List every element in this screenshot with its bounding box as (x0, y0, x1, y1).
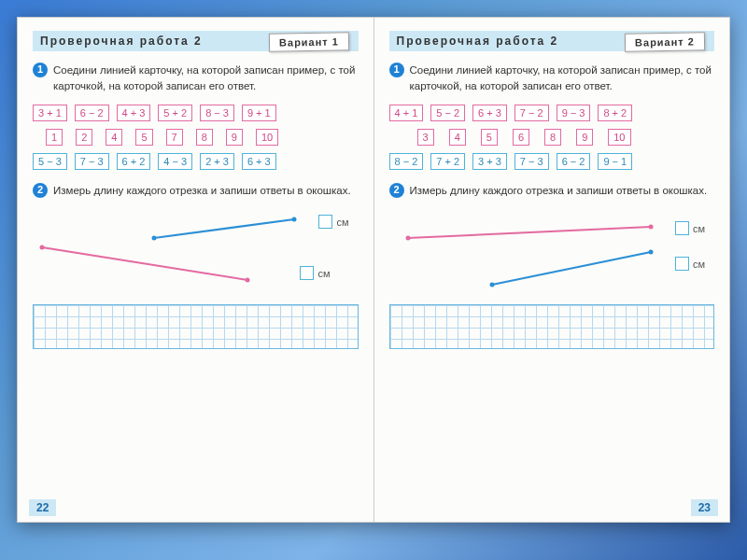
expr-card: 4 + 3 (117, 105, 151, 121)
page-number: 22 (29, 499, 56, 516)
task1: 1 Соедини линией карточку, на которой за… (33, 63, 359, 93)
expr-card: 8 − 3 (200, 105, 234, 121)
expr-card: 4 + 1 (389, 105, 424, 121)
svg-point-10 (489, 283, 494, 287)
answer-card: 8 (196, 129, 213, 146)
svg-line-3 (42, 247, 247, 280)
book-spread: Проверочная работа 2 Вариант 1 1 Соедини… (17, 17, 730, 523)
segments-svg (389, 210, 707, 299)
answer-card: 10 (608, 129, 630, 146)
svg-point-4 (40, 245, 45, 250)
expr-card: 9 + 1 (242, 105, 276, 121)
card-row-3: 5 − 3 7 − 3 6 + 2 4 − 3 2 + 3 6 + 3 (33, 153, 359, 170)
expr-card: 5 − 2 (430, 105, 465, 121)
answer-card: 1 (46, 129, 63, 146)
grid-strip[interactable] (33, 304, 359, 349)
cm-input-2[interactable]: см (675, 257, 705, 271)
svg-point-11 (648, 250, 653, 255)
expr-card: 8 − 2 (389, 153, 424, 170)
expr-card: 6 − 2 (557, 153, 591, 170)
header-title: Проверочная работа 2 (40, 35, 203, 48)
cm-input-1[interactable]: см (318, 215, 348, 229)
expr-card: 6 + 3 (472, 105, 507, 121)
header-title: Проверочная работа 2 (397, 35, 559, 48)
page-header: Проверочная работа 2 Вариант 1 (33, 31, 359, 51)
task1-number: 1 (389, 63, 404, 77)
answer-card: 9 (226, 129, 243, 146)
svg-point-5 (246, 278, 250, 283)
card-row-1: 4 + 1 5 − 2 6 + 3 7 − 2 9 − 3 8 + 2 (389, 105, 715, 121)
card-row-1: 3 + 1 6 − 2 4 + 3 5 + 2 8 − 3 9 + 1 (33, 105, 359, 121)
answer-card: 4 (449, 129, 466, 146)
task2-text: Измерь длину каждого отрезка и запиши от… (53, 185, 351, 196)
cm-label: см (693, 259, 705, 270)
expr-card: 4 − 3 (158, 153, 192, 170)
answer-card: 8 (544, 129, 561, 146)
cm-label: см (336, 217, 348, 228)
answer-card: 5 (135, 129, 152, 146)
expr-card: 8 + 2 (598, 105, 632, 121)
task2-number: 2 (33, 183, 48, 198)
variant-tag: Вариант 2 (625, 32, 705, 51)
expr-card: 5 − 3 (33, 153, 67, 170)
answer-card: 6 (513, 129, 529, 146)
expr-card: 3 + 1 (33, 105, 67, 121)
answer-box[interactable] (675, 257, 689, 271)
task2: 2 Измерь длину каждого отрезка и запиши … (389, 183, 715, 199)
svg-line-0 (154, 219, 294, 238)
expr-card: 6 − 2 (75, 105, 109, 121)
expr-card: 5 + 2 (158, 105, 192, 121)
cm-input-1[interactable]: см (675, 221, 705, 235)
expr-card: 7 + 2 (430, 153, 465, 170)
task2-text: Измерь длину каждого отрезка и запиши от… (410, 185, 708, 196)
answer-card: 10 (256, 129, 278, 146)
answer-card: 3 (417, 129, 434, 146)
task1: 1 Соедини линией карточку, на которой за… (389, 63, 715, 93)
task2: 2 Измерь длину каждого отрезка и запиши … (33, 183, 359, 199)
svg-point-8 (648, 225, 653, 230)
expr-card: 2 + 3 (200, 153, 234, 170)
expr-card: 7 − 3 (514, 153, 549, 170)
answer-box[interactable] (318, 215, 332, 229)
card-row-3: 8 − 2 7 + 2 3 + 3 7 − 3 6 − 2 9 − 1 (389, 153, 715, 170)
card-row-2: 1 2 4 5 7 8 9 10 (33, 129, 359, 146)
card-row-2: 3 4 5 6 8 9 10 (389, 129, 715, 146)
answer-card: 4 (106, 129, 122, 146)
answer-card: 5 (481, 129, 498, 146)
page-number: 23 (691, 499, 718, 516)
task1-text: Соедини линией карточку, на которой запи… (410, 64, 712, 91)
answer-card: 7 (166, 129, 183, 146)
svg-line-6 (408, 227, 651, 238)
page-header: Проверочная работа 2 Вариант 2 (389, 31, 715, 51)
page-left: Проверочная работа 2 Вариант 1 1 Соедини… (17, 17, 374, 523)
grid-strip[interactable] (389, 304, 715, 349)
cm-input-2[interactable]: см (300, 266, 330, 280)
task1-number: 1 (33, 63, 48, 77)
answer-box[interactable] (300, 266, 314, 280)
expr-card: 7 − 2 (514, 105, 549, 121)
task1-text: Соедини линией карточку, на которой запи… (53, 64, 355, 91)
expr-card: 9 − 1 (598, 153, 632, 170)
cm-label: см (693, 223, 705, 234)
expr-card: 7 − 3 (75, 153, 109, 170)
expr-card: 6 + 3 (242, 153, 276, 170)
svg-line-9 (492, 252, 651, 285)
answer-box[interactable] (675, 221, 689, 235)
task2-number: 2 (389, 183, 404, 198)
expr-card: 3 + 3 (472, 153, 507, 170)
segment-area: см см (33, 210, 359, 299)
expr-card: 9 − 3 (557, 105, 591, 121)
svg-point-1 (152, 236, 157, 241)
cm-label: см (317, 268, 330, 279)
svg-point-7 (405, 236, 410, 241)
page-right: Проверочная работа 2 Вариант 2 1 Соедини… (374, 17, 731, 523)
variant-tag: Вариант 1 (268, 32, 348, 51)
answer-card: 9 (576, 129, 593, 146)
svg-point-2 (292, 217, 297, 222)
answer-card: 2 (76, 129, 92, 146)
segments-svg (33, 210, 350, 299)
segment-area: см см (389, 210, 715, 299)
expr-card: 6 + 2 (117, 153, 151, 170)
